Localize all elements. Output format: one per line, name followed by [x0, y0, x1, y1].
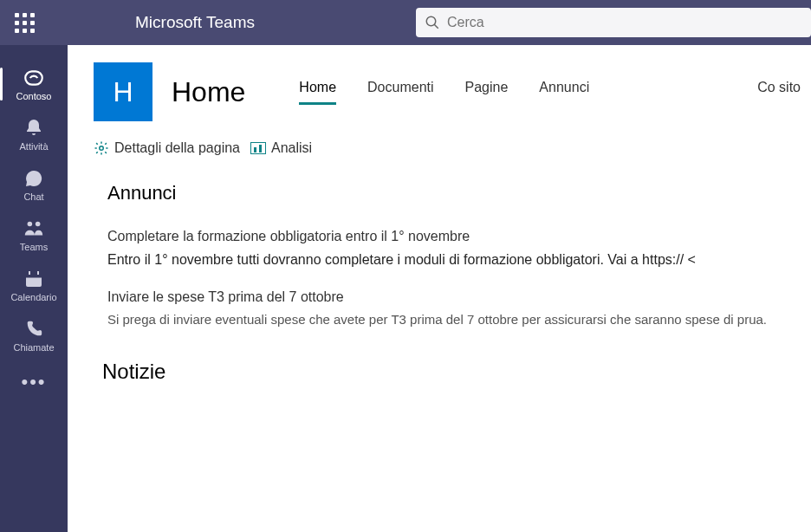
sidebar-more[interactable]: •••: [3, 360, 65, 404]
phone-icon: [24, 318, 43, 341]
sidebar-label: Teams: [20, 242, 48, 252]
sidebar-item-contoso[interactable]: Contoso: [3, 59, 65, 109]
topbar: Microsoft Teams: [0, 0, 811, 45]
search-box[interactable]: [416, 8, 811, 37]
search-wrap: [416, 8, 811, 37]
svg-rect-6: [26, 273, 42, 277]
site-title: Home: [172, 76, 245, 108]
sidebar-label: Attività: [19, 141, 48, 152]
calendar-icon: [23, 268, 44, 290]
tab-home[interactable]: Home: [299, 80, 336, 105]
tab-pages[interactable]: Pagine: [465, 80, 509, 105]
sidebar-label: Chat: [23, 191, 43, 202]
tab-documents[interactable]: Documenti: [367, 80, 433, 105]
waffle-icon[interactable]: [12, 10, 36, 35]
app-title: Microsoft Teams: [135, 13, 255, 32]
announcement-body: Entro il 1° novembre tutti dovranno comp…: [107, 250, 801, 270]
page-details-label: Dettagli della pagina: [114, 140, 240, 156]
svg-rect-2: [25, 71, 42, 84]
announcement-title: Inviare le spese T3 prima del 7 ottobre: [107, 289, 801, 305]
svg-point-4: [36, 222, 41, 227]
search-input[interactable]: [447, 15, 802, 30]
sidebar-item-activity[interactable]: Attività: [3, 109, 65, 159]
chat-icon: [23, 167, 44, 190]
content-area: Annunci Completare la formazione obbliga…: [94, 182, 811, 384]
svg-point-0: [426, 16, 436, 26]
site-header: H Home Home Documenti Pagine Annunci Co …: [94, 62, 811, 121]
gear-icon: [94, 140, 109, 156]
announcement-item: Completare la formazione obbligatoria en…: [107, 229, 801, 270]
sidebar-label: Calendario: [10, 292, 56, 302]
sidebar: Contoso Attività Chat: [0, 45, 68, 532]
page-details-button[interactable]: Dettagli della pagina: [94, 140, 240, 156]
contoso-icon: [23, 67, 45, 89]
sidebar-item-teams[interactable]: Teams: [3, 210, 65, 260]
ellipsis-icon: •••: [21, 371, 46, 393]
sidebar-item-calendar[interactable]: Calendario: [3, 260, 65, 310]
tab-co-site[interactable]: Co sito: [757, 80, 801, 105]
sidebar-item-calls[interactable]: Chiamate: [3, 310, 65, 360]
chart-icon: [250, 142, 266, 154]
analytics-button[interactable]: Analisi: [250, 140, 312, 156]
announcement-title: Completare la formazione obbligatoria en…: [107, 229, 801, 244]
teams-icon: [23, 217, 45, 240]
sidebar-item-chat[interactable]: Chat: [3, 159, 65, 210]
news-heading: Notizie: [102, 360, 801, 384]
announcements-heading: Annunci: [107, 182, 801, 204]
bell-icon: [23, 117, 44, 139]
svg-point-3: [28, 222, 33, 227]
main-content: H Home Home Documenti Pagine Annunci Co …: [68, 45, 811, 532]
svg-line-1: [434, 24, 438, 29]
analytics-label: Analisi: [271, 140, 312, 156]
site-tile: H: [94, 62, 152, 121]
sidebar-label: Chiamate: [13, 342, 54, 353]
sidebar-label: Contoso: [16, 91, 52, 101]
tabs: Home Documenti Pagine Annunci: [299, 80, 589, 105]
announcement-item: Inviare le spese T3 prima del 7 ottobre …: [107, 289, 801, 330]
announcement-body: Si prega di inviare eventuali spese che …: [107, 310, 801, 330]
search-icon: [425, 15, 440, 30]
tool-row: Dettagli della pagina Analisi: [94, 140, 811, 156]
tab-announcements[interactable]: Annunci: [539, 80, 589, 105]
svg-point-10: [100, 146, 104, 151]
